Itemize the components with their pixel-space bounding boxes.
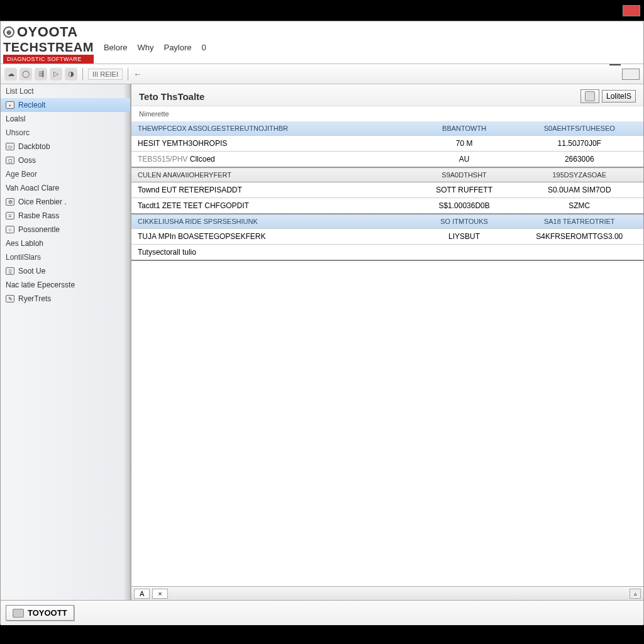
- cell-val2: [515, 245, 643, 261]
- cell-name: Tutysectorall tulio: [131, 245, 413, 261]
- toolbar-cloud-icon[interactable]: ☁: [4, 68, 17, 80]
- sidebar-label-11: Aes Labloh: [6, 239, 43, 248]
- menu-item-1[interactable]: Belore: [104, 43, 128, 52]
- cell-val2: S0.0UAM SIM7OD: [515, 182, 643, 198]
- box-icon: ▭: [6, 143, 14, 150]
- sidebar-item-6[interactable]: Age Beor: [1, 167, 130, 181]
- sidebar-item-15[interactable]: ✎RyerTrets: [1, 292, 130, 306]
- table-row[interactable]: Tacdt1 ZETE TEET CHFGOPDIT S$1.00036D0B …: [131, 198, 643, 214]
- sidebar-label-12: LontilSlars: [6, 253, 41, 262]
- sidebar-label-1: Recleolt: [18, 101, 45, 109]
- toolbar-arrow-icon[interactable]: ⇶: [35, 68, 47, 80]
- menu-item-3[interactable]: Paylore: [164, 43, 191, 52]
- cell-val1: S$1.00036D0B: [413, 198, 516, 214]
- app-logo: ⊕OYOOTA TECHSTREAM DIAGNOSTIC SOFTWARE: [1, 21, 99, 64]
- sidebar-label-0: List Loct: [6, 87, 34, 96]
- sheet-tab-bar: A × ▵: [131, 586, 643, 600]
- cell-name: CIKKELIUSHA RIDE SPSRSESHIUNK: [131, 214, 413, 229]
- sidebar-item-0[interactable]: List Loct: [1, 84, 130, 98]
- sidebar-label-2: Loalsl: [6, 114, 25, 123]
- cell-val2: SZMC: [515, 198, 643, 214]
- toolbar-flag-icon[interactable]: ▷: [50, 68, 62, 80]
- sidebar-item-14[interactable]: Nac latie Epecersste: [1, 278, 130, 292]
- table-row[interactable]: Townd EUT RETEREPISADDT SOTT RUFFETT S0.…: [131, 182, 643, 198]
- cell-name: TEBS515/PHV Cllcoed: [131, 152, 413, 168]
- cell-name: HESIT YEMTH3OHROPIS: [131, 136, 413, 152]
- sidebar-item-2[interactable]: Loalsl: [1, 112, 130, 126]
- table-row[interactable]: HESIT YEMTH3OHROPIS 70 M 11.50J70J0F: [131, 136, 643, 152]
- cell-val1: SO ITMTOUKS: [413, 214, 516, 229]
- sidebar-item-1[interactable]: ▪Recleolt: [1, 98, 130, 112]
- toolbar-right-button[interactable]: [622, 69, 640, 80]
- footer-brand-label: TOYOOTT: [28, 608, 67, 618]
- toolbar-half-icon[interactable]: ◑: [65, 68, 77, 80]
- toolbar-separator: [82, 68, 83, 80]
- sidebar-label-14: Nac latie Epecersste: [6, 280, 75, 289]
- car-icon: [13, 609, 24, 618]
- menu-item-4[interactable]: 0: [202, 43, 206, 52]
- tool-icon: ✎: [6, 295, 14, 303]
- sidebar-item-13[interactable]: ▯Soot Ue: [1, 264, 130, 278]
- sidebar-label-13: Soot Ue: [18, 267, 45, 275]
- cell-name-text: Cllcoed: [190, 155, 215, 164]
- cell-name: Tacdt1 ZETE TEET CHFGOPDIT: [131, 198, 413, 214]
- sidebar: List Loct ▪Recleolt Loalsl Uhsorc ▭Dackb…: [1, 84, 131, 600]
- menu-item-2[interactable]: Why: [137, 43, 153, 52]
- sidebar-item-8[interactable]: ⚙Oice Renbier .: [1, 195, 130, 209]
- cell-val1: [413, 245, 516, 261]
- cell-val1: SOTT RUFFETT: [413, 182, 516, 198]
- content-subtitle: Nimerette: [131, 106, 643, 121]
- cell-val2: SA18 TEATREOTRIET: [515, 214, 643, 229]
- sidebar-label-7: Vah Aoacl Clare: [6, 184, 59, 192]
- sidebar-label-3: Uhsorc: [6, 128, 30, 137]
- sidebar-label-10: Possonentle: [18, 225, 60, 234]
- page-icon: ▯: [6, 267, 14, 275]
- toyota-logo-icon: ⊕: [3, 26, 14, 38]
- table-row[interactable]: TUJA MPIn BOASETEGOPSEKFERK LIYSBUT S4KF…: [131, 229, 643, 245]
- refresh-button[interactable]: [580, 89, 599, 103]
- window-close-button[interactable]: [623, 5, 640, 16]
- cell-val2: 195DSYZASOAE: [515, 167, 643, 182]
- sheet-tab-close[interactable]: ×: [152, 589, 167, 599]
- logo-line2: TECHSTREAM: [3, 40, 94, 55]
- cell-name: Townd EUT RETEREPISADDT: [131, 182, 413, 198]
- sheet-tab-1[interactable]: A: [134, 589, 150, 599]
- table-section-row: CIKKELIUSHA RIDE SPSRSESHIUNK SO ITMTOUK…: [131, 214, 643, 229]
- toolbar-text-button[interactable]: III REIEI: [88, 69, 123, 80]
- content-title: Teto ThsToalte: [139, 91, 204, 102]
- cell-val2: 2663006: [515, 152, 643, 168]
- toolbar-back-icon[interactable]: ←: [133, 69, 142, 79]
- col-header-name: THEWPFCEOX ASSOLGESTEREUTNOJITHBR: [131, 121, 413, 136]
- window-minimize-button[interactable]: —: [609, 58, 621, 71]
- table-row[interactable]: TEBS515/PHV Cllcoed AU 2663006: [131, 152, 643, 168]
- doc-icon: ◻: [6, 157, 14, 164]
- sidebar-item-5[interactable]: ◻Ooss: [1, 153, 130, 167]
- col-header-val2: S0AEHTFS/TUHESEO: [515, 121, 643, 136]
- sidebar-item-3[interactable]: Uhsorc: [1, 126, 130, 140]
- cell-prefix: TEBS515/PHV: [138, 155, 187, 164]
- gear-icon: ⚙: [6, 198, 14, 206]
- sheet-scroll-button[interactable]: ▵: [630, 589, 641, 599]
- sidebar-label-6: Age Beor: [6, 170, 37, 179]
- footer: TOYOOTT: [1, 600, 643, 625]
- sidebar-item-7[interactable]: Vah Aoacl Clare: [1, 181, 130, 195]
- logo-line1: OYOOTA: [17, 24, 78, 40]
- toolbar-circle-icon[interactable]: ◯: [19, 68, 32, 80]
- header-action-label: LoliteIS: [606, 92, 631, 101]
- sidebar-item-4[interactable]: ▭Dackbtob: [1, 140, 130, 153]
- toolbar-separator-2: [128, 68, 128, 80]
- data-table: THEWPFCEOX ASSOLGESTEREUTNOJITHBR BBANTO…: [131, 121, 643, 261]
- cell-val1: LIYSBUT: [413, 229, 516, 245]
- logo-tagline: DIAGNOSTIC SOFTWARE: [3, 55, 94, 64]
- header-action-button[interactable]: LoliteIS: [602, 90, 636, 103]
- footer-brand-button[interactable]: TOYOOTT: [6, 605, 74, 621]
- circle-icon: ○: [6, 226, 14, 233]
- sidebar-item-10[interactable]: ○Possonentle: [1, 223, 130, 236]
- toolbar: ☁ ◯ ⇶ ▷ ◑ III REIEI ←: [1, 64, 643, 84]
- sidebar-item-12[interactable]: LontilSlars: [1, 250, 130, 264]
- sidebar-item-9[interactable]: ≡Rasbe Rass: [1, 209, 130, 223]
- table-row[interactable]: Tutysectorall tulio: [131, 245, 643, 261]
- table-header-row: THEWPFCEOX ASSOLGESTEREUTNOJITHBR BBANTO…: [131, 121, 643, 136]
- sidebar-item-11[interactable]: Aes Labloh: [1, 236, 130, 250]
- menu-bar: Belore Why Paylore 0: [99, 21, 206, 56]
